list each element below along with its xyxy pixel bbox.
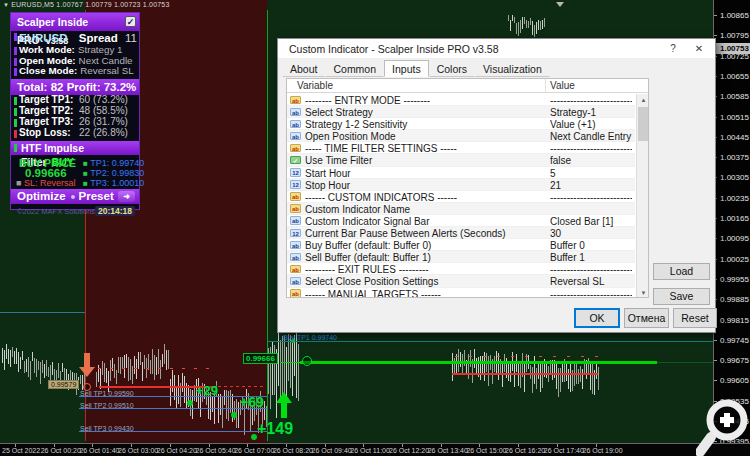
tab-about[interactable]: About (282, 60, 325, 77)
close-icon[interactable]: ✕ (691, 41, 707, 56)
arrow-button[interactable]: ➜ (118, 191, 135, 202)
scrollbar-thumb[interactable] (638, 107, 649, 141)
candle-bar (540, 21, 541, 30)
candle-bar (140, 352, 141, 365)
tab-inputs[interactable]: Inputs (384, 60, 429, 77)
scroll-up-icon[interactable]: ▲ (637, 94, 649, 106)
candle-bar (238, 402, 239, 428)
param-row[interactable]: abCustom Indicator Name (287, 203, 635, 215)
candle-bar (536, 22, 537, 34)
value-column-header[interactable]: Value (550, 80, 575, 91)
column-divider[interactable] (545, 79, 546, 92)
set-param-icon: ab (290, 216, 301, 225)
level-hline (267, 341, 713, 342)
row-marker (14, 108, 17, 116)
save-button[interactable]: Save (653, 288, 710, 305)
time-axis-label: 26 Oct 17:40 (544, 447, 584, 454)
row-marker (14, 68, 17, 76)
param-row[interactable]: abOpen Position ModeNext Candle Entry (287, 130, 635, 142)
price-tick (714, 360, 717, 361)
variable-column-header[interactable]: Variable (297, 80, 333, 91)
param-row[interactable]: 12Start Hour5 (287, 167, 635, 179)
help-icon[interactable]: ? (665, 41, 681, 56)
signal-dash (539, 356, 542, 357)
load-button[interactable]: Load (653, 263, 710, 280)
ok-button[interactable]: OK (574, 308, 620, 328)
panel-enabled-checkbox[interactable]: ✓ (125, 16, 136, 27)
level-hline (280, 362, 300, 363)
candle-bar (106, 368, 107, 383)
signal-dash (134, 368, 137, 369)
candle-bar (52, 362, 53, 375)
mode-label: Open Mode: (19, 55, 76, 66)
time-axis-label: 26 Oct 01:40 (79, 447, 119, 454)
candle-bar (126, 354, 127, 368)
time-axis-label: 26 Oct 19:00 (583, 447, 623, 454)
tab-visualization[interactable]: Visualization (475, 60, 550, 77)
param-row[interactable]: 12Stop Hour21 (287, 179, 635, 191)
candle-bar (4, 350, 5, 370)
chevron-down-icon[interactable]: ▼ (3, 2, 9, 8)
chart-label: Sell TP3 0.99430 (80, 425, 134, 432)
ab-param-icon: ab (290, 289, 301, 298)
level-hline (657, 362, 713, 363)
bool-param-icon: ✓ (290, 156, 301, 165)
chart-symbol-header: ▼EURUSD,M5 1.00767 1.00779 1.00723 1.007… (3, 1, 170, 8)
param-row[interactable]: 12Current Bar Pause Between Alerts (Seco… (287, 227, 635, 239)
signal-dash (595, 356, 598, 357)
candle-bar (112, 358, 113, 371)
candle-bar (168, 350, 169, 369)
dialog-titlebar[interactable]: Custom Indicator - Scalper Inside PRO v3… (278, 39, 715, 58)
param-row[interactable]: abSelect Close Position SettingsReversal… (287, 275, 635, 287)
candle-bar (134, 356, 135, 374)
time-axis[interactable]: 25 Oct 202226 Oct 00:2026 Oct 01:4026 Oc… (0, 443, 750, 456)
price-scale[interactable]: 1.00753 1.008651.007951.007251.006551.00… (713, 0, 750, 443)
candle-bar (508, 15, 509, 21)
set-param-icon: ab (290, 108, 301, 117)
param-row[interactable]: ab------ MANUAL TARGETS ----------------… (287, 288, 635, 299)
preset-button[interactable]: Preset (79, 190, 114, 202)
time-axis-label: 26 Oct 04:20 (157, 447, 197, 454)
optimize-button[interactable]: Optimize (17, 190, 66, 202)
dialog-title: Custom Indicator - Scalper Inside PRO v3… (289, 43, 499, 55)
target-label: Target TP3: (19, 116, 73, 127)
chart-label: 0.99579 (48, 380, 79, 389)
time-axis-label: 26 Oct 05:40 (196, 447, 236, 454)
scroll-down-icon[interactable]: ▼ (637, 287, 649, 298)
tab-common[interactable]: Common (325, 60, 384, 77)
candle-bar (132, 366, 133, 384)
price-tick (714, 340, 717, 341)
num-param-icon: 12 (290, 229, 301, 238)
param-row[interactable]: ab-------- ENTRY MODE ------------------… (287, 94, 635, 106)
reset-button[interactable]: Reset (673, 308, 717, 328)
htf-filter-bar: HTF Impulse FilterBUY (11, 141, 139, 155)
mode-value: Reversal SL (80, 65, 133, 76)
row-marker (14, 144, 17, 152)
panel-header[interactable]: Scalper Inside PROv3.58 ✓ (11, 13, 139, 31)
buy-arrow-icon (276, 392, 292, 419)
param-row[interactable]: abStrategy 1-2 SensitivityValue (+1) (287, 118, 635, 130)
param-row[interactable]: ✓Use Time Filterfalse (287, 154, 635, 166)
param-value: 5 (550, 168, 632, 179)
param-value: Buffer 0 (550, 240, 632, 251)
table-header[interactable]: Variable Value (287, 79, 648, 93)
cancel-button[interactable]: Отмена (624, 308, 669, 328)
table-scrollbar[interactable]: ▲ ▼ (636, 94, 649, 298)
param-row[interactable]: abSelect StrategyStrategy-1 (287, 106, 635, 118)
candle-bar (176, 388, 177, 408)
param-row[interactable]: abSell Buffer (default: Buffer 1)Buffer … (287, 251, 635, 263)
param-row[interactable]: abBuy Buffer (default: Buffer 0)Buffer 0 (287, 239, 635, 251)
signal-dash (194, 368, 197, 369)
candle-bar (574, 364, 575, 386)
candle-bar (96, 372, 97, 387)
param-row[interactable]: ab--------- EXIT RULES -----------------… (287, 263, 635, 275)
price-tick (714, 15, 717, 16)
signal-dash (567, 356, 570, 357)
tab-colors[interactable]: Colors (429, 60, 475, 77)
param-row[interactable]: ab----- TIME FILTER SETTINGS -----------… (287, 142, 635, 154)
param-row[interactable]: ab------ CUSTOM INDICATORS -------------… (287, 191, 635, 203)
close-mode-row: Close Mode:Reversal SL (11, 66, 139, 77)
ab-param-icon: ab (290, 192, 301, 201)
candle-bar (538, 363, 539, 379)
param-row[interactable]: abCustom Indicator Signal BarClosed Bar … (287, 215, 635, 227)
